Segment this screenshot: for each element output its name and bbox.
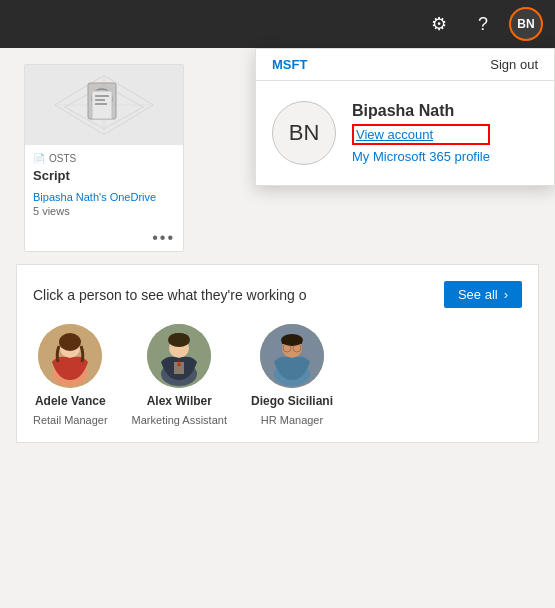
file-card[interactable]: 📄 📄 OSTS bbox=[24, 64, 184, 252]
person-avatar bbox=[38, 324, 102, 388]
tenant-label: MSFT bbox=[272, 57, 307, 72]
dropdown-top-bar: MSFT Sign out bbox=[256, 49, 554, 81]
file-type-badge: 📄 OSTS bbox=[33, 153, 175, 164]
person-role: Retail Manager bbox=[33, 414, 108, 426]
sign-out-button[interactable]: Sign out bbox=[490, 57, 538, 72]
see-all-label: See all bbox=[458, 287, 498, 302]
help-icon[interactable]: ? bbox=[465, 6, 501, 42]
file-thumbnail: 📄 bbox=[25, 65, 183, 145]
dropdown-avatar-initials: BN bbox=[289, 120, 320, 146]
people-section-header: Click a person to see what they're worki… bbox=[33, 281, 522, 308]
user-dropdown-panel: MSFT Sign out BN Bipasha Nath View accou… bbox=[255, 48, 555, 186]
dropdown-user-info: Bipasha Nath View account My Microsoft 3… bbox=[352, 102, 490, 164]
person-avatar bbox=[260, 324, 324, 388]
svg-rect-10 bbox=[95, 99, 105, 101]
user-initials: BN bbox=[517, 17, 534, 31]
user-avatar-button[interactable]: BN bbox=[509, 7, 543, 41]
dropdown-user-name: Bipasha Nath bbox=[352, 102, 490, 120]
see-all-button[interactable]: See all › bbox=[444, 281, 522, 308]
person-item[interactable]: Adele Vance Retail Manager bbox=[33, 324, 108, 426]
file-card-body: 📄 OSTS Script Bipasha Nath's OneDrive 5 … bbox=[25, 145, 183, 225]
person-role: Marketing Assistant bbox=[132, 414, 227, 426]
person-name: Adele Vance bbox=[35, 394, 106, 408]
people-list: Adele Vance Retail Manager bbox=[33, 324, 522, 426]
person-item[interactable]: Diego Siciliani HR Manager bbox=[251, 324, 333, 426]
person-name: Diego Siciliani bbox=[251, 394, 333, 408]
see-all-chevron: › bbox=[504, 287, 508, 302]
file-title: Script bbox=[33, 168, 175, 183]
file-views: 5 views bbox=[33, 205, 70, 217]
svg-rect-9 bbox=[95, 95, 109, 97]
person-avatar bbox=[147, 324, 211, 388]
dropdown-avatar: BN bbox=[272, 101, 336, 165]
person-item[interactable]: Alex Wilber Marketing Assistant bbox=[132, 324, 227, 426]
svg-point-15 bbox=[59, 333, 81, 351]
person-role: HR Manager bbox=[261, 414, 323, 426]
settings-icon[interactable]: ⚙ bbox=[421, 6, 457, 42]
file-owner[interactable]: Bipasha Nath's OneDrive bbox=[33, 191, 175, 203]
person-name: Alex Wilber bbox=[147, 394, 212, 408]
file-footer: ••• bbox=[25, 225, 183, 251]
svg-rect-11 bbox=[95, 103, 107, 105]
people-section-title: Click a person to see what they're worki… bbox=[33, 287, 306, 303]
more-options-button[interactable]: ••• bbox=[152, 229, 175, 247]
dropdown-user-section: BN Bipasha Nath View account My Microsof… bbox=[256, 81, 554, 185]
top-navigation-bar: ⚙ ? BN bbox=[0, 0, 555, 48]
view-account-link[interactable]: View account bbox=[352, 124, 490, 145]
ms365-profile-link[interactable]: My Microsoft 365 profile bbox=[352, 149, 490, 164]
